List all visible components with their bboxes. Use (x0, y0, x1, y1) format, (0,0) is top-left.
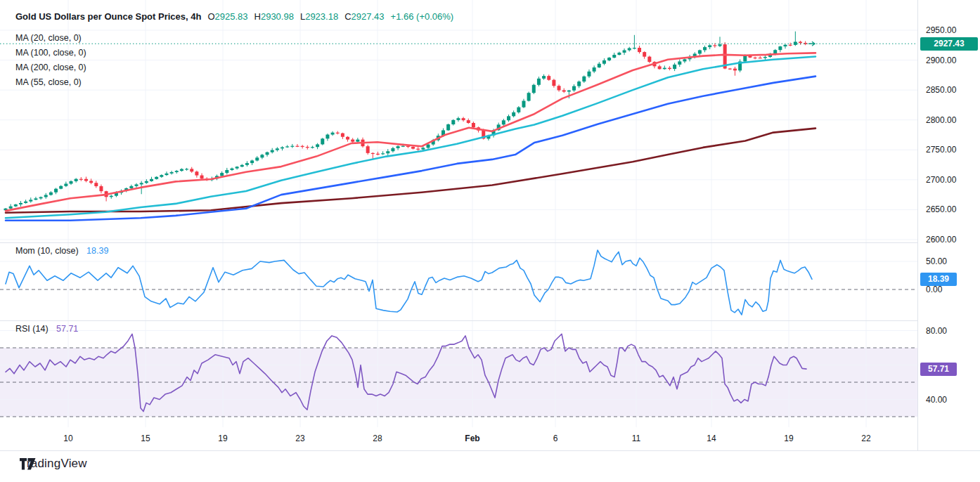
time-tick-19: 19 (218, 434, 227, 443)
time-tick-15: 15 (141, 434, 150, 443)
momentum-tick: 0.00 (926, 285, 942, 294)
momentum-label[interactable]: Mom (10, close) (15, 246, 79, 256)
open-value: 2925.83 (215, 11, 248, 22)
time-tick-22: 22 (861, 434, 870, 443)
separator-momentum-rsi[interactable] (0, 320, 917, 321)
price-tick: 2750.00 (926, 145, 956, 155)
ma-legend-item-1[interactable]: MA (100, close, 0) (15, 46, 86, 60)
trading-chart-app: Gold US Dollars per Ounce Spot Prices, 4… (0, 0, 980, 482)
price-tick: 2700.00 (926, 175, 956, 185)
rsi-panel[interactable] (0, 320, 917, 427)
open-label: O (207, 11, 214, 22)
low-value: 2923.18 (305, 11, 338, 22)
tradingview-logo[interactable]: TradingView (20, 457, 87, 471)
time-tick-6: 6 (553, 434, 558, 443)
close-value: 2927.43 (352, 11, 385, 22)
tradingview-logo-icon (20, 458, 36, 470)
price-axis[interactable]: 2927.43 18.39 57.71 2950.002900.002850.0… (917, 0, 980, 450)
ma-legend-item-2[interactable]: MA (200, close, 0) (15, 60, 86, 75)
rsi-label[interactable]: RSI (14) (15, 324, 49, 334)
price-tick: 2950.00 (926, 25, 956, 35)
ma-legend: MA (20, close, 0)MA (100, close, 0)MA (2… (15, 31, 86, 90)
price-tick: 2650.00 (926, 204, 956, 214)
separator-main-momentum[interactable] (0, 242, 917, 243)
timeaxis-bottom-border (0, 450, 980, 451)
high-value: 2930.98 (261, 11, 294, 22)
ma-legend-item-0[interactable]: MA (20, close, 0) (15, 31, 86, 46)
change-value: +1.66 (+0.06%) (391, 11, 454, 22)
time-tick-28: 28 (373, 434, 382, 443)
rsi-value: 57.71 (56, 324, 78, 334)
price-tick: 2800.00 (926, 115, 956, 125)
symbol-title[interactable]: Gold US Dollars per Ounce Spot Prices, 4… (15, 11, 201, 22)
symbol-header[interactable]: Gold US Dollars per Ounce Spot Prices, 4… (15, 11, 453, 22)
time-tick-19: 19 (784, 434, 793, 443)
rsi-badge: 57.71 (920, 363, 957, 376)
price-tick: 2900.00 (926, 56, 956, 65)
momentum-panel[interactable] (0, 242, 917, 320)
time-tick-10: 10 (63, 434, 72, 443)
ma-legend-item-3[interactable]: MA (55, close, 0) (15, 75, 86, 90)
close-label: C (344, 11, 351, 22)
price-tick: 2600.00 (926, 235, 956, 245)
momentum-badge: 18.39 (920, 273, 957, 286)
time-tick-23: 23 (295, 434, 304, 443)
price-tick: 2850.00 (926, 85, 956, 95)
rsi-tick: 80.00 (926, 326, 947, 336)
rsi-legend[interactable]: RSI (14) 57.71 (15, 324, 78, 334)
momentum-legend[interactable]: Mom (10, close) 18.39 (15, 246, 108, 256)
price-chart-panel[interactable] (0, 0, 917, 242)
momentum-value: 18.39 (86, 246, 108, 256)
time-tick-11: 11 (632, 434, 640, 443)
high-label: H (254, 11, 261, 22)
last-price-badge: 2927.43 (920, 37, 978, 51)
rsi-tick: 40.00 (926, 395, 947, 405)
time-axis[interactable]: 1015192328Feb611141922 (0, 427, 917, 450)
time-tick-14: 14 (707, 434, 716, 443)
time-tick-feb: Feb (465, 434, 479, 443)
momentum-tick: 50.00 (926, 256, 947, 266)
